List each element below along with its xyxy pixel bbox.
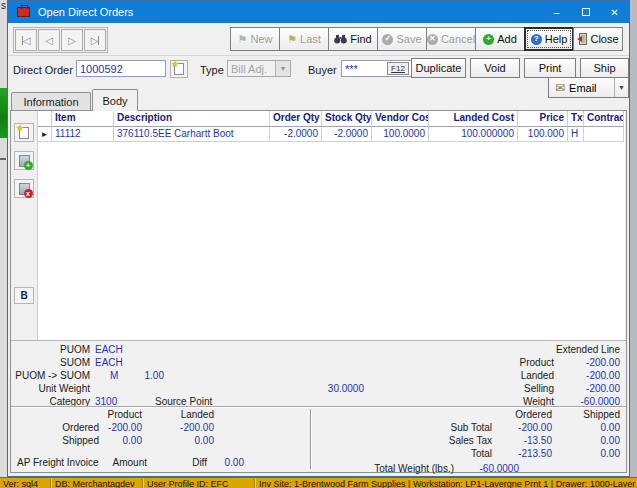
cancel-button[interactable]: ✕ Cancel (426, 27, 476, 51)
column-header-contract[interactable]: Contract (584, 111, 624, 127)
email-button-label: Email (569, 82, 597, 94)
b-button[interactable]: B (14, 287, 34, 304)
shipped-product-value: 0.00 (102, 435, 142, 446)
add-plus-icon: + (483, 34, 494, 45)
line-item-toolbar: ★ + x B (11, 111, 37, 340)
insert-line-button[interactable]: + (14, 151, 34, 170)
ship-button[interactable]: Ship (580, 58, 629, 78)
find-button[interactable]: Find (328, 27, 378, 51)
ext-selling-value: -200.00 (520, 383, 620, 394)
desktop-background-right (630, 0, 637, 488)
status-db: DB: Merchantagdev (55, 479, 139, 488)
app-toolbox-icon (17, 7, 30, 17)
totals-divider (310, 409, 311, 469)
print-button[interactable]: Print (524, 58, 576, 78)
envelope-icon: ✉ (555, 81, 565, 95)
direct-order-input[interactable]: 1000592 (76, 60, 166, 77)
toolbar: ◁ ◁ ▷ ▷ ⚑ New ⚑ Last Find ✓ (8, 23, 629, 56)
body-tab-panel: ★ + x B Item Description Order Qty Stock… (10, 110, 627, 473)
type-select[interactable]: Bill Adj. ▼ (227, 60, 291, 77)
chevron-down-icon: ▼ (275, 61, 290, 76)
selector-column-header (38, 111, 52, 127)
tab-body[interactable]: Body (92, 89, 138, 111)
star-icon: ★ (171, 59, 179, 69)
ap-freight-invoice-label: AP Freight Invoice (17, 457, 99, 468)
ordered-landed-value: -200.00 (167, 422, 214, 433)
email-button[interactable]: ✉ Email ▼ (548, 77, 629, 98)
new-line-button[interactable]: ★ (14, 123, 34, 142)
star-icon: ★ (16, 123, 24, 133)
previous-record-button[interactable]: ◁ (38, 29, 60, 51)
ext-product-value: -200.00 (520, 357, 620, 368)
suom-label: SUOM (11, 357, 90, 368)
ext-landed-value: -200.00 (520, 370, 620, 381)
extended-line-title: Extended Line (500, 344, 620, 355)
cell-order-qty: -2.0000 (270, 127, 322, 142)
line-detail-section: PUOM EACH SUOM EACH PUOM -> SUOM M 1.00 … (11, 340, 626, 406)
order-lines-grid: Item Description Order Qty Stock Qty Ven… (37, 111, 625, 340)
ordered-product-value: -200.00 (102, 422, 142, 433)
maximize-icon (582, 8, 590, 16)
status-user-profile: User Profile ID: EFC (147, 479, 250, 488)
table-row[interactable]: ► 11112 376110.5EE Carhartt Boot -2.0000… (38, 127, 624, 142)
delete-line-button[interactable]: x (14, 179, 34, 198)
toolbar-buttons: ⚑ New ⚑ Last Find ✓ Save ✕ Cancel (231, 27, 623, 51)
buyer-f12-button[interactable]: F12 (387, 62, 409, 75)
table-icon: + (19, 155, 30, 167)
last-button[interactable]: ⚑ Last (279, 27, 329, 51)
minimize-button[interactable]: – (542, 1, 571, 23)
desktop-background-left: s (0, 0, 7, 488)
cancel-x-icon: ✕ (427, 34, 438, 45)
status-divider (142, 479, 143, 488)
column-header-vendor-cost[interactable]: Vendor Cost (372, 111, 429, 127)
total-weight-label: Total Weight (lbs.) (314, 463, 454, 474)
puom-suom-factor: 1.00 (129, 370, 164, 381)
help-button[interactable]: ? Help (524, 27, 574, 51)
close-window-button[interactable]: ✕ (600, 1, 629, 23)
first-record-button[interactable]: ◁ (15, 29, 37, 51)
totals-landed-header: Landed (167, 409, 214, 420)
totals-product-header: Product (102, 409, 142, 420)
cell-vendor-cost: 100.0000 (372, 127, 429, 142)
cell-contract (584, 127, 624, 142)
maximize-button[interactable] (571, 1, 600, 23)
add-button[interactable]: + Add (475, 27, 525, 51)
cell-stock-qty: -2.0000 (322, 127, 372, 142)
screen: s Ver: sql4 DB: Merchantagdev User Profi… (0, 0, 637, 488)
sales-tax-shipped-value: 0.00 (540, 435, 620, 446)
void-button[interactable]: Void (470, 58, 520, 78)
window-title: Open Direct Orders (38, 6, 133, 18)
shipped-landed-value: 0.00 (167, 435, 214, 446)
buyer-input[interactable]: *** F12 (341, 60, 413, 77)
help-question-icon: ? (531, 34, 542, 45)
column-header-item[interactable]: Item (52, 111, 114, 127)
row-selector-icon: ► (41, 130, 49, 139)
bar-icon (98, 36, 99, 45)
column-header-tx[interactable]: Tx (568, 111, 584, 127)
last-record-icon: ▷ (91, 35, 99, 46)
cancel-button-label: Cancel (441, 33, 475, 45)
column-header-order-qty[interactable]: Order Qty (270, 111, 322, 127)
column-header-stock-qty[interactable]: Stock Qty (322, 111, 372, 127)
duplicate-button[interactable]: Duplicate (411, 58, 466, 78)
page-icon: ★ (174, 63, 184, 75)
next-record-icon: ▷ (68, 35, 76, 46)
save-button[interactable]: ✓ Save (377, 27, 427, 51)
last-record-button[interactable]: ▷ (84, 29, 106, 51)
column-header-description[interactable]: Description (114, 111, 270, 127)
close-button[interactable]: Close (573, 27, 623, 51)
puom-value: EACH (95, 344, 123, 355)
subtotal-shipped-value: 0.00 (540, 422, 620, 433)
new-button[interactable]: ⚑ New (230, 27, 280, 51)
last-flag-icon: ⚑ (287, 34, 297, 45)
email-dropdown-arrow[interactable]: ▼ (614, 78, 628, 97)
column-header-price[interactable]: Price (518, 111, 568, 127)
cell-price: 100.000 (518, 127, 568, 142)
tab-information[interactable]: Information (11, 92, 91, 111)
new-document-button[interactable]: ★ (170, 60, 188, 78)
previous-record-icon: ◁ (45, 35, 53, 46)
column-header-landed-cost[interactable]: Landed Cost (429, 111, 518, 127)
title-bar: Open Direct Orders – ✕ (8, 1, 629, 23)
save-check-icon: ✓ (382, 34, 393, 45)
next-record-button[interactable]: ▷ (61, 29, 83, 51)
